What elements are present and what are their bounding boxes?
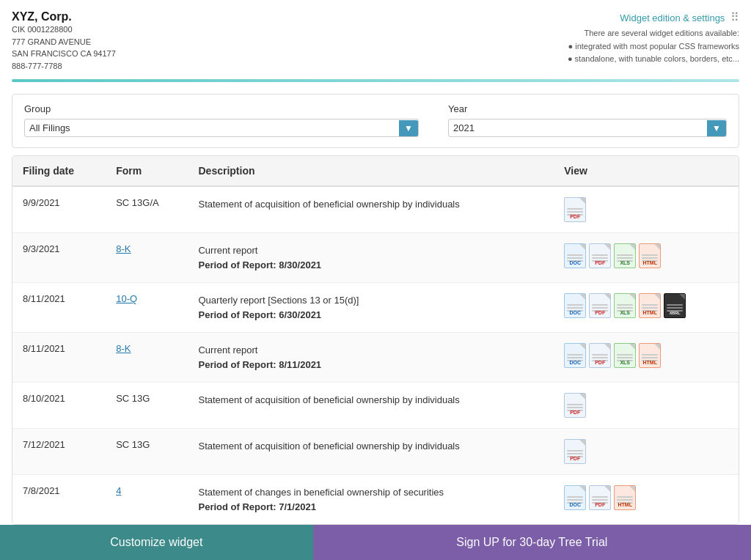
cell-view: DOCPDFXLSHTMLXBRL — [554, 283, 739, 333]
cell-date: 9/3/2021 — [12, 233, 106, 283]
desc-main: Statement of acquisition of beneficial o… — [198, 394, 459, 405]
cell-view: DOCPDFXLSHTML — [554, 333, 739, 383]
widget-settings-link[interactable]: Widget edition & settings — [620, 12, 725, 23]
cell-description: Statement of acquisition of beneficial o… — [188, 383, 554, 429]
cell-date: 7/8/2021 — [12, 475, 106, 525]
desc-sub: Period of Report: 6/30/2021 — [198, 309, 321, 320]
form-link[interactable]: 4 — [116, 485, 121, 496]
company-info: XYZ, Corp. CIK 0001228800 777 GRAND AVEN… — [12, 10, 116, 72]
year-select-arrow[interactable]: ▼ — [707, 120, 726, 136]
year-label: Year — [448, 103, 727, 114]
form-link[interactable]: 10-Q — [116, 293, 137, 304]
col-filing-date: Filing date — [12, 156, 106, 186]
table-row: 8/10/2021SC 13GStatement of acquisition … — [12, 383, 739, 429]
view-icons-group: DOCPDFXLSHTML — [564, 343, 728, 368]
cell-view: PDF — [554, 429, 739, 475]
view-icons-group: PDF — [564, 393, 728, 418]
pdf-icon[interactable]: PDF — [589, 343, 611, 368]
xls-icon[interactable]: XLS — [614, 293, 636, 318]
cell-date: 8/10/2021 — [12, 383, 106, 429]
cell-date: 8/11/2021 — [12, 333, 106, 383]
widget-settings-panel: Widget edition & settings ⠿ There are se… — [568, 10, 739, 66]
cell-form[interactable]: 8-K — [106, 233, 188, 283]
desc-main: Current report — [198, 345, 257, 355]
cell-form: SC 13G — [106, 429, 188, 475]
col-form: Form — [106, 156, 188, 186]
cell-view: PDF — [554, 383, 739, 429]
filings-table: Filing date Form Description View 9/9/20… — [12, 156, 739, 524]
widget-description: There are several widget editions availa… — [568, 27, 739, 66]
cell-form[interactable]: 4 — [106, 475, 188, 525]
doc-icon[interactable]: DOC — [564, 485, 586, 510]
doc-icon[interactable]: DOC — [564, 243, 586, 268]
teal-bar — [12, 79, 739, 82]
customize-button[interactable]: Customize widget — [0, 525, 313, 560]
view-icons-group: DOCPDFXLSHTML — [564, 243, 728, 268]
cell-date: 8/11/2021 — [12, 283, 106, 333]
desc-main: Quarterly report [Sections 13 or 15(d)] — [198, 295, 359, 306]
group-select-arrow[interactable]: ▼ — [399, 120, 418, 136]
form-link[interactable]: 8-K — [116, 343, 131, 354]
cell-view: PDF — [554, 186, 739, 233]
desc-sub: Period of Report: 8/11/2021 — [198, 359, 321, 370]
group-filter: Group All FilingsAnnual FilingsQuarterly… — [24, 103, 419, 137]
widget-desc-line2: ● integrated with most popular CSS frame… — [568, 40, 739, 54]
xbrl-icon[interactable]: XBRL — [664, 293, 686, 318]
xls-icon[interactable]: XLS — [614, 343, 636, 368]
xls-icon[interactable]: XLS — [614, 243, 636, 268]
widget-desc-line3: ● standalone, with tunable colors, borde… — [568, 53, 739, 66]
cell-description: Statement of changes in beneficial owner… — [188, 475, 554, 525]
desc-sub: Period of Report: 7/1/2021 — [198, 501, 315, 512]
company-name: XYZ, Corp. — [12, 10, 116, 23]
filters-section: Group All FilingsAnnual FilingsQuarterly… — [12, 94, 739, 148]
widget-desc-line1: There are several widget editions availa… — [568, 27, 739, 40]
year-filter: Year 20212020201920182017 ▼ — [448, 103, 727, 137]
group-select-wrap: All FilingsAnnual FilingsQuarterly Filin… — [24, 119, 419, 137]
view-icons-group: PDF — [564, 439, 728, 464]
year-select-wrap: 20212020201920182017 ▼ — [448, 119, 727, 137]
trial-button[interactable]: Sign UP for 30-day Tree Trial — [313, 525, 751, 560]
html-icon[interactable]: HTML — [639, 243, 661, 268]
desc-main: Statement of acquisition of beneficial o… — [198, 199, 459, 210]
filters-row: Group All FilingsAnnual FilingsQuarterly… — [24, 103, 727, 137]
html-icon[interactable]: HTML — [614, 485, 636, 510]
doc-icon[interactable]: DOC — [564, 343, 586, 368]
table-body: 9/9/2021SC 13G/AStatement of acquisition… — [12, 186, 739, 524]
table-row: 7/8/20214Statement of changes in benefic… — [12, 475, 739, 525]
html-icon[interactable]: HTML — [639, 293, 661, 318]
pdf-icon[interactable]: PDF — [589, 485, 611, 510]
pdf-icon[interactable]: PDF — [589, 293, 611, 318]
doc-icon[interactable]: DOC — [564, 293, 586, 318]
page-header: XYZ, Corp. CIK 0001228800 777 GRAND AVEN… — [0, 0, 751, 79]
pdf-icon[interactable]: PDF — [589, 243, 611, 268]
filings-table-section: Filing date Form Description View 9/9/20… — [12, 155, 739, 525]
col-view: View — [554, 156, 739, 186]
company-address1: 777 GRAND AVENUE — [12, 36, 116, 48]
cell-form[interactable]: 10-Q — [106, 283, 188, 333]
form-link[interactable]: 8-K — [116, 243, 131, 254]
settings-icon: ⠿ — [730, 11, 739, 23]
company-cik: CIK 0001228800 — [12, 23, 116, 36]
cell-form[interactable]: 8-K — [106, 333, 188, 383]
col-description: Description — [188, 156, 554, 186]
company-address2: SAN FRANCISCO CA 94177 — [12, 48, 116, 60]
cell-form: SC 13G — [106, 383, 188, 429]
bottom-bar: Customize widget Sign UP for 30-day Tree… — [0, 525, 751, 560]
cell-description: Current reportPeriod of Report: 8/30/202… — [188, 233, 554, 283]
table-row: 8/11/20218-KCurrent reportPeriod of Repo… — [12, 333, 739, 383]
group-label: Group — [24, 103, 419, 114]
html-icon[interactable]: HTML — [639, 343, 661, 368]
company-phone: 888-777-7788 — [12, 60, 116, 73]
table-header: Filing date Form Description View — [12, 156, 739, 186]
pdf-icon[interactable]: PDF — [564, 197, 586, 222]
view-icons-group: PDF — [564, 197, 728, 222]
desc-main: Statement of acquisition of beneficial o… — [198, 441, 459, 452]
desc-main: Current report — [198, 245, 257, 256]
cell-view: DOCPDFHTML — [554, 475, 739, 525]
pdf-icon[interactable]: PDF — [564, 439, 586, 464]
cell-date: 7/12/2021 — [12, 429, 106, 475]
year-select[interactable]: 20212020201920182017 — [449, 119, 707, 136]
cell-description: Quarterly report [Sections 13 or 15(d)]P… — [188, 283, 554, 333]
group-select[interactable]: All FilingsAnnual FilingsQuarterly Filin… — [25, 119, 399, 136]
pdf-icon[interactable]: PDF — [564, 393, 586, 418]
